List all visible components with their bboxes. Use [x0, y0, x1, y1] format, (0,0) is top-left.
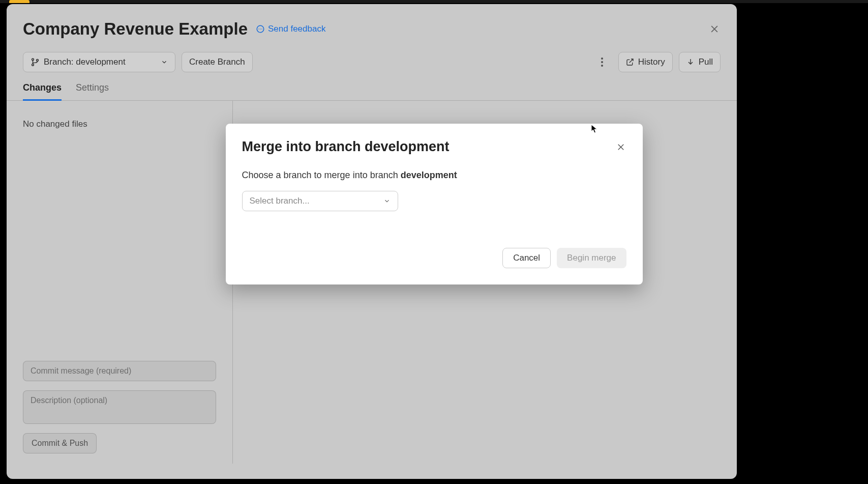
chevron-down-icon — [383, 197, 391, 205]
modal-instruction: Choose a branch to merge into branch dev… — [242, 170, 626, 181]
modal-overlay: Merge into branch development Choose a b… — [0, 0, 868, 484]
begin-merge-button[interactable]: Begin merge — [557, 248, 626, 268]
cancel-button[interactable]: Cancel — [502, 248, 551, 268]
close-icon — [616, 143, 625, 152]
modal-instruction-prefix: Choose a branch to merge into branch — [242, 170, 401, 180]
merge-select-placeholder: Select branch... — [250, 196, 310, 206]
merge-branch-select[interactable]: Select branch... — [242, 191, 398, 211]
modal-title: Merge into branch development — [242, 139, 450, 155]
merge-modal: Merge into branch development Choose a b… — [226, 124, 643, 284]
modal-close-button[interactable] — [615, 141, 626, 153]
modal-instruction-branch: development — [401, 170, 457, 180]
